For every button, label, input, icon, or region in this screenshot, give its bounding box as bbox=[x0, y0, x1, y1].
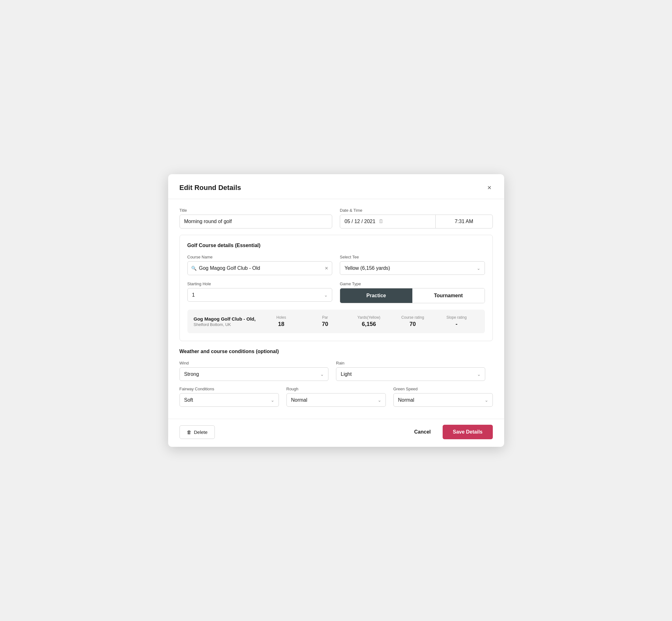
starting-hole-group: Starting Hole 1 2 10 ⌄ bbox=[187, 282, 333, 303]
cancel-button[interactable]: Cancel bbox=[411, 425, 434, 439]
rain-wrapper: None Light Moderate Heavy ⌄ bbox=[336, 367, 485, 381]
calendar-icon: 🗓 bbox=[379, 219, 384, 224]
rough-label: Rough bbox=[287, 386, 386, 391]
golf-course-section: Golf Course details (Essential) Course N… bbox=[179, 235, 493, 341]
course-tee-row: Course Name 🔍 ✕ Select Tee Yellow (6,156… bbox=[187, 255, 485, 275]
date-part[interactable]: 05 / 12 / 2021 🗓 bbox=[340, 215, 436, 228]
wind-label: Wind bbox=[179, 361, 329, 365]
footer-right: Cancel Save Details bbox=[411, 425, 493, 439]
modal-footer: 🗑 Delete Cancel Save Details bbox=[168, 419, 504, 447]
modal-header: Edit Round Details × bbox=[168, 174, 504, 199]
green-speed-label: Green Speed bbox=[393, 386, 493, 391]
wind-group: Wind Calm Light Moderate Strong Very Str… bbox=[179, 361, 329, 381]
par-value: 70 bbox=[303, 321, 347, 328]
rough-group: Rough Short Normal Long ⌄ bbox=[287, 386, 386, 407]
rough-wrapper: Short Normal Long ⌄ bbox=[287, 393, 386, 407]
game-type-group: Game Type Practice Tournament bbox=[340, 282, 485, 303]
holes-label: Holes bbox=[259, 315, 303, 320]
starting-hole-dropdown[interactable]: 1 2 10 bbox=[187, 288, 333, 302]
course-name-label: Course Name bbox=[187, 255, 333, 259]
course-info-box: Gog Magog Golf Club - Old, Shelford Bott… bbox=[187, 309, 485, 333]
fairway-label: Fairway Conditions bbox=[179, 386, 279, 391]
wind-wrapper: Calm Light Moderate Strong Very Strong ⌄ bbox=[179, 367, 329, 381]
delete-label: Delete bbox=[194, 429, 208, 435]
rain-label: Rain bbox=[336, 361, 485, 365]
weather-section-title: Weather and course conditions (optional) bbox=[179, 349, 493, 355]
starting-hole-label: Starting Hole bbox=[187, 282, 333, 286]
date-time-row: 05 / 12 / 2021 🗓 7:31 AM bbox=[340, 215, 493, 229]
title-date-row: Title Date & Time 05 / 12 / 2021 🗓 7:31 … bbox=[179, 208, 493, 229]
tournament-button[interactable]: Tournament bbox=[412, 288, 485, 303]
save-details-button[interactable]: Save Details bbox=[443, 425, 493, 439]
green-speed-wrapper: Slow Normal Fast Very Fast ⌄ bbox=[393, 393, 493, 407]
course-rating-stat: Course rating 70 bbox=[391, 315, 435, 328]
select-tee-group: Select Tee Yellow (6,156 yards) White (6… bbox=[340, 255, 485, 275]
course-search-wrapper: 🔍 ✕ bbox=[187, 261, 333, 275]
course-name-group: Course Name 🔍 ✕ bbox=[187, 255, 333, 275]
wind-rain-row: Wind Calm Light Moderate Strong Very Str… bbox=[179, 361, 493, 381]
holes-value: 18 bbox=[259, 321, 303, 328]
select-tee-label: Select Tee bbox=[340, 255, 485, 259]
green-speed-group: Green Speed Slow Normal Fast Very Fast ⌄ bbox=[393, 386, 493, 407]
rain-group: Rain None Light Moderate Heavy ⌄ bbox=[336, 361, 485, 381]
game-type-label: Game Type bbox=[340, 282, 485, 286]
golf-section-title: Golf Course details (Essential) bbox=[187, 243, 485, 248]
trash-icon: 🗑 bbox=[187, 429, 192, 435]
starting-hole-wrapper: 1 2 10 ⌄ bbox=[187, 288, 333, 302]
edit-round-modal: Edit Round Details × Title Date & Time 0… bbox=[168, 174, 504, 447]
weather-section: Weather and course conditions (optional)… bbox=[179, 349, 493, 407]
par-stat: Par 70 bbox=[303, 315, 347, 328]
delete-button[interactable]: 🗑 Delete bbox=[179, 425, 215, 439]
course-info-location: Shelford Bottom, UK bbox=[194, 322, 259, 327]
time-value: 7:31 AM bbox=[455, 219, 473, 224]
slope-rating-stat: Slope rating - bbox=[435, 315, 478, 328]
rain-dropdown[interactable]: None Light Moderate Heavy bbox=[336, 367, 485, 381]
green-speed-dropdown[interactable]: Slow Normal Fast Very Fast bbox=[393, 393, 493, 407]
time-part[interactable]: 7:31 AM bbox=[436, 215, 493, 228]
fairway-dropdown[interactable]: Soft Normal Hard bbox=[179, 393, 279, 407]
clear-icon[interactable]: ✕ bbox=[325, 266, 328, 271]
yards-value: 6,156 bbox=[347, 321, 391, 328]
fairway-rough-green-row: Fairway Conditions Soft Normal Hard ⌄ Ro… bbox=[179, 386, 493, 407]
datetime-field-group: Date & Time 05 / 12 / 2021 🗓 7:31 AM bbox=[340, 208, 493, 229]
slope-rating-value: - bbox=[435, 321, 478, 328]
modal-title: Edit Round Details bbox=[179, 184, 241, 192]
fairway-wrapper: Soft Normal Hard ⌄ bbox=[179, 393, 279, 407]
course-info-name: Gog Magog Golf Club - Old, bbox=[194, 316, 259, 322]
game-type-toggle: Practice Tournament bbox=[340, 288, 485, 303]
modal-body: Title Date & Time 05 / 12 / 2021 🗓 7:31 … bbox=[168, 199, 504, 419]
close-button[interactable]: × bbox=[486, 183, 493, 193]
select-tee-wrapper: Yellow (6,156 yards) White (6,500 yards)… bbox=[340, 261, 485, 275]
datetime-label: Date & Time bbox=[340, 208, 493, 213]
course-name-input[interactable] bbox=[187, 261, 333, 275]
search-icon: 🔍 bbox=[191, 266, 197, 271]
wind-dropdown[interactable]: Calm Light Moderate Strong Very Strong bbox=[179, 367, 329, 381]
fairway-group: Fairway Conditions Soft Normal Hard ⌄ bbox=[179, 386, 279, 407]
holes-stat: Holes 18 bbox=[259, 315, 303, 328]
title-field-group: Title bbox=[179, 208, 333, 229]
practice-button[interactable]: Practice bbox=[340, 288, 412, 303]
course-rating-value: 70 bbox=[391, 321, 435, 328]
slope-rating-label: Slope rating bbox=[435, 315, 478, 320]
yards-stat: Yards(Yellow) 6,156 bbox=[347, 315, 391, 328]
course-rating-label: Course rating bbox=[391, 315, 435, 320]
date-value: 05 / 12 / 2021 bbox=[344, 219, 375, 224]
course-name-block: Gog Magog Golf Club - Old, Shelford Bott… bbox=[194, 316, 259, 327]
rough-dropdown[interactable]: Short Normal Long bbox=[287, 393, 386, 407]
yards-label: Yards(Yellow) bbox=[347, 315, 391, 320]
par-label: Par bbox=[303, 315, 347, 320]
select-tee-dropdown[interactable]: Yellow (6,156 yards) White (6,500 yards)… bbox=[340, 261, 485, 275]
title-label: Title bbox=[179, 208, 333, 213]
hole-gametype-row: Starting Hole 1 2 10 ⌄ Game Type Practic… bbox=[187, 282, 485, 303]
title-input[interactable] bbox=[179, 215, 333, 229]
